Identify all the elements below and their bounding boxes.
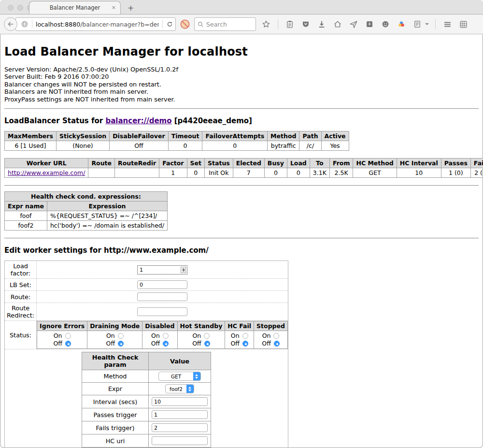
url-domain: localhost:8880 bbox=[36, 21, 80, 28]
on-label: On bbox=[231, 332, 240, 340]
tab-title: Balancer Manager bbox=[50, 4, 100, 11]
cell-hc-interval: 10 bbox=[397, 168, 441, 178]
load-factor-row: Load factor: bbox=[5, 261, 288, 279]
col-path: Path bbox=[299, 131, 321, 141]
col-disabled: Disabled bbox=[142, 321, 177, 331]
col-status: Status bbox=[205, 159, 233, 168]
cell-expr-name: foof bbox=[5, 211, 47, 221]
hc-uri-input[interactable] bbox=[152, 436, 208, 445]
firefox-hello-icon[interactable] bbox=[396, 19, 407, 29]
close-window-button[interactable] bbox=[8, 5, 14, 11]
hc-params-table: Health Check param Value Method GET bbox=[82, 352, 211, 448]
minimize-window-button[interactable] bbox=[17, 5, 23, 11]
worker-settings-table: Load factor: LB Set: Route: bbox=[4, 260, 288, 448]
draining-mode-off-radio[interactable] bbox=[118, 341, 124, 347]
col-ignore-errors: Ignore Errors bbox=[37, 321, 87, 331]
site-globe-icon[interactable] bbox=[21, 20, 28, 28]
bookmark-star-icon[interactable] bbox=[261, 19, 271, 29]
expr-cell: foof2 bbox=[148, 383, 211, 395]
stopped-on-radio[interactable] bbox=[273, 333, 279, 339]
tab-balancer-manager[interactable]: Balancer Manager × bbox=[29, 1, 121, 14]
search-field[interactable]: Search bbox=[194, 17, 256, 31]
col-set: Set bbox=[187, 159, 204, 168]
hot-standby-off-radio[interactable] bbox=[204, 341, 210, 347]
status-radio-row: On Off On Off On Off bbox=[37, 331, 288, 349]
col-maxmembers: MaxMembers bbox=[5, 131, 57, 141]
route-redirect-input[interactable] bbox=[137, 307, 187, 316]
col-disablefailover: DisableFailover bbox=[110, 131, 168, 141]
col-stickysession: StickySession bbox=[56, 131, 109, 141]
route-row: Route: bbox=[5, 291, 288, 303]
save-to-device-icon[interactable] bbox=[364, 19, 375, 29]
tiles-grid-icon[interactable] bbox=[458, 19, 469, 29]
tab-bar: Balancer Manager × + bbox=[0, 0, 483, 14]
load-factor-input[interactable] bbox=[137, 265, 187, 275]
number-spinner-icon[interactable] bbox=[181, 267, 186, 273]
search-icon bbox=[198, 21, 204, 28]
disabled-off-radio[interactable] bbox=[163, 341, 169, 347]
sidebar-dropdown-caret-icon[interactable] bbox=[425, 23, 429, 25]
col-load: Load bbox=[287, 159, 310, 168]
worker-row: http://www.example.com/ 1 0 Init Ok 7 0 … bbox=[5, 168, 483, 178]
balancer-demo-link[interactable]: balancer://demo bbox=[105, 116, 171, 125]
col-hc-interval: HC Interval bbox=[397, 159, 441, 168]
adblocker-glyph-icon bbox=[180, 19, 190, 29]
cell-expression: hc('body') =~ /domain is established/ bbox=[47, 221, 167, 231]
url-text[interactable]: localhost:8880/balancer-manager?b=demo&w… bbox=[36, 21, 159, 28]
route-input[interactable] bbox=[137, 292, 187, 301]
reading-list-icon[interactable] bbox=[284, 19, 295, 29]
col-route: Route bbox=[88, 159, 115, 168]
home-icon[interactable] bbox=[332, 19, 343, 29]
sidebar-panel-icon[interactable] bbox=[412, 19, 423, 29]
download-icon[interactable] bbox=[316, 19, 327, 29]
expr-select[interactable]: foof2 bbox=[165, 384, 194, 393]
passes-input[interactable] bbox=[152, 410, 208, 419]
reload-icon[interactable] bbox=[166, 21, 173, 28]
draining-mode-on-radio[interactable] bbox=[118, 333, 124, 339]
expr-select-value: foof2 bbox=[166, 386, 186, 392]
method-select[interactable]: GET bbox=[158, 372, 201, 381]
tab-close-icon[interactable]: × bbox=[112, 4, 116, 11]
cell-disablefailover: Off bbox=[110, 141, 168, 151]
persist-note-line: Balancer changes will NOT be persisted o… bbox=[4, 81, 479, 88]
pocket-icon[interactable] bbox=[300, 19, 311, 29]
method-row: Method GET bbox=[82, 370, 211, 383]
fails-input[interactable] bbox=[152, 423, 208, 432]
col-routeredir: RouteRedir bbox=[115, 159, 159, 168]
server-version-line: Server Version: Apache/2.5.0-dev (Unix) … bbox=[4, 66, 479, 73]
send-page-icon[interactable] bbox=[348, 19, 359, 29]
stopped-off-radio[interactable] bbox=[274, 341, 280, 347]
back-button[interactable] bbox=[4, 17, 17, 31]
cell-busy: 0 bbox=[264, 168, 287, 178]
hc-fail-on-radio[interactable] bbox=[242, 333, 248, 339]
worker-url-link[interactable]: http://www.example.com/ bbox=[8, 169, 85, 176]
hc-params-cell: Health Check param Value Method GET bbox=[5, 349, 288, 448]
cell-route bbox=[88, 168, 115, 178]
col-stopped: Stopped bbox=[254, 321, 288, 331]
on-label: On bbox=[151, 332, 160, 340]
adblocker-icon[interactable] bbox=[180, 19, 190, 29]
url-path: /balancer-manager?b=demo&w=http://www.ex… bbox=[80, 21, 159, 28]
url-bar[interactable]: localhost:8880/balancer-manager?b=demo&w… bbox=[15, 17, 176, 31]
hot-standby-on-radio[interactable] bbox=[204, 333, 210, 339]
lb-set-label: LB Set: bbox=[5, 279, 37, 291]
ignore-errors-off-radio[interactable] bbox=[65, 341, 71, 347]
hc-expressions-table: Health check cond. expressions: Expr nam… bbox=[4, 191, 168, 231]
interval-input[interactable] bbox=[152, 397, 208, 406]
urlbar-divider bbox=[32, 20, 32, 29]
chat-smiley-icon[interactable] bbox=[380, 19, 391, 29]
new-tab-button[interactable]: + bbox=[128, 3, 134, 13]
col-active: Active bbox=[321, 131, 349, 141]
cell-routeredir bbox=[115, 168, 159, 178]
cell-status: Init Ok bbox=[205, 168, 233, 178]
load-factor-stepper bbox=[137, 265, 187, 275]
on-label: On bbox=[54, 332, 62, 340]
lb-set-input[interactable] bbox=[137, 280, 187, 289]
col-hc-fail: HC Fail bbox=[225, 321, 254, 331]
worker-table: Worker URL Route RouteRedir Factor Set S… bbox=[4, 158, 483, 178]
menu-hamburger-icon[interactable] bbox=[442, 19, 453, 29]
toolbar-separator bbox=[278, 19, 278, 29]
disabled-on-radio[interactable] bbox=[163, 333, 169, 339]
ignore-errors-on-radio[interactable] bbox=[65, 333, 71, 339]
hc-fail-off-radio[interactable] bbox=[242, 341, 248, 347]
